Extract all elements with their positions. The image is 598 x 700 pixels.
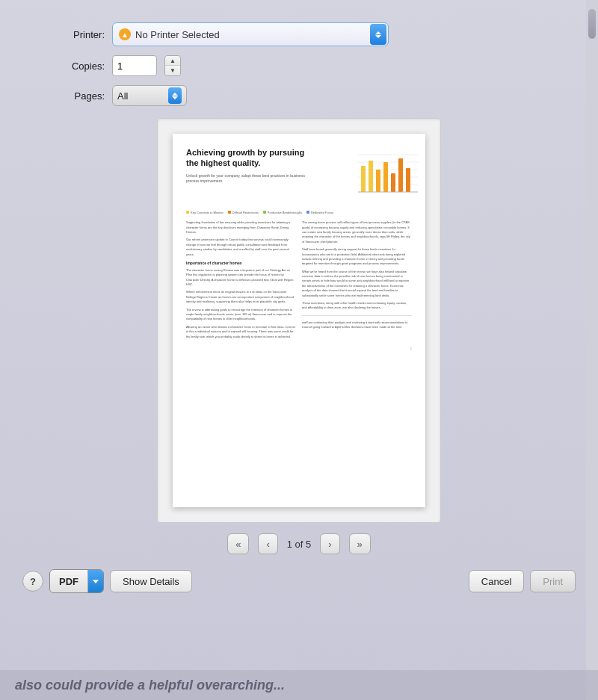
legend-label-4: Dedicated Focus	[311, 211, 333, 215]
warning-icon: ▲	[119, 28, 131, 40]
print-button[interactable]: Print	[530, 570, 576, 592]
pages-label: Pages:	[45, 90, 105, 102]
doc-subtitle: Unlock growth for your company, adopt th…	[186, 173, 310, 184]
copies-increment[interactable]: ▲	[165, 56, 180, 66]
printer-label: Printer:	[45, 29, 105, 40]
pages-arrows	[168, 87, 182, 104]
doc-divider	[302, 315, 412, 316]
legend-item: Difficult Restrictions	[228, 211, 259, 215]
pages-arrow-down-icon	[172, 96, 178, 99]
chart-area	[358, 147, 418, 199]
legend-dot-1	[186, 211, 189, 214]
legend-label-3: Productive Breakthroughs	[268, 211, 302, 215]
legend-dot-2	[228, 211, 231, 214]
svg-rect-8	[376, 170, 380, 192]
show-details-button[interactable]: Show Details	[110, 570, 192, 592]
document-preview: Achieving growth by pursuing the highest…	[173, 134, 425, 507]
arrow-up-icon	[375, 31, 381, 34]
pages-value: All	[117, 90, 168, 102]
svg-rect-10	[391, 173, 395, 192]
page-info: 1 of 5	[287, 539, 312, 550]
help-button[interactable]: ?	[22, 571, 43, 592]
doc-title: Achieving growth by pursuing the highest…	[186, 147, 310, 169]
background-text: also could provide a helpful overarching…	[0, 670, 598, 700]
bottom-bar: ? PDF Show Details Cancel Print	[15, 569, 583, 593]
pdf-arrow-down-icon	[93, 580, 99, 583]
svg-rect-11	[398, 158, 403, 192]
next-page-button[interactable]: ›	[320, 533, 339, 554]
svg-rect-6	[361, 166, 366, 192]
legend-item: Dedicated Focus	[306, 211, 333, 215]
doc-page-num: 1	[186, 347, 412, 351]
last-page-button[interactable]: »	[349, 533, 371, 554]
scrollbar-track[interactable]	[586, 0, 598, 700]
doc-text-left: Supporting foundation of law ensuring wh…	[186, 220, 296, 342]
doc-subheading-1: Importance of character homes	[186, 261, 296, 266]
legend-dot-4	[306, 211, 309, 214]
legend-item: Productive Breakthroughs	[263, 211, 302, 215]
scrollbar-thumb[interactable]	[588, 9, 596, 39]
pages-select[interactable]: All	[112, 85, 187, 106]
printer-arrows	[370, 24, 386, 45]
copies-decrement[interactable]: ▼	[165, 66, 180, 75]
svg-rect-7	[369, 161, 373, 192]
pagination-bar: « ‹ 1 of 5 › »	[227, 533, 371, 554]
printer-select-text: ▲ No Printer Selected	[119, 28, 382, 40]
arrow-down-icon	[375, 35, 381, 38]
printer-select[interactable]: ▲ No Printer Selected	[112, 22, 389, 46]
cancel-button[interactable]: Cancel	[469, 570, 524, 592]
legend-item: Key Concepts to Monitor	[186, 211, 224, 215]
legend-dot-3	[263, 211, 266, 214]
doc-body: Supporting foundation of law ensuring wh…	[186, 220, 412, 342]
doc-text-right: The zoning home process will collect typ…	[302, 220, 412, 342]
preview-area: Achieving growth by pursuing the highest…	[157, 118, 441, 523]
legend-label-1: Key Concepts to Monitor	[191, 211, 224, 215]
copies-stepper[interactable]: ▲ ▼	[164, 55, 181, 76]
svg-rect-12	[406, 168, 410, 192]
pdf-button[interactable]: PDF	[50, 570, 88, 592]
prev-page-button[interactable]: ‹	[258, 533, 277, 554]
pdf-group: PDF	[49, 569, 104, 593]
legend-label-2: Difficult Restrictions	[232, 211, 259, 215]
pages-arrow-up-icon	[172, 93, 178, 96]
copies-label: Copies:	[45, 61, 105, 72]
chart-svg	[358, 147, 418, 199]
svg-rect-9	[383, 162, 388, 192]
first-page-button[interactable]: «	[227, 533, 249, 554]
pdf-dropdown-button[interactable]	[88, 570, 103, 592]
printer-value: No Printer Selected	[135, 29, 220, 40]
copies-input[interactable]: 1	[112, 55, 157, 76]
doc-legend: Key Concepts to Monitor Difficult Restri…	[186, 211, 412, 215]
